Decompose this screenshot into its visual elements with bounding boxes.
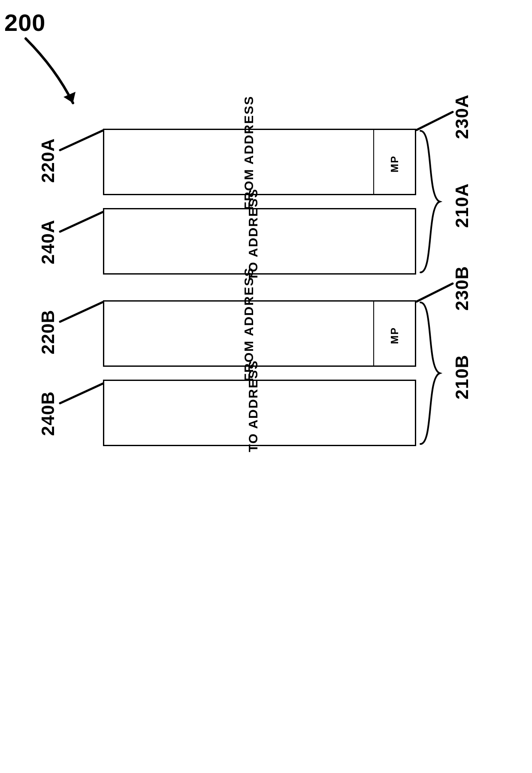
arrow-200-icon xyxy=(17,30,86,116)
ref-220b: 220B xyxy=(38,310,58,354)
svg-marker-0 xyxy=(63,92,76,103)
mp-a-label: MP xyxy=(389,155,401,172)
svg-line-2 xyxy=(60,212,103,232)
mp-b-label: MP xyxy=(389,327,401,344)
from-row-b-divider xyxy=(373,302,374,365)
ref-230a: 230A xyxy=(452,94,472,139)
brace-210b-icon xyxy=(418,300,444,446)
ref-210b: 210B xyxy=(452,355,472,399)
ref-240b: 240B xyxy=(38,391,58,436)
from-row-b xyxy=(103,300,416,367)
ref-230b: 230B xyxy=(452,266,472,311)
svg-line-5 xyxy=(417,112,453,130)
ref-220a: 220A xyxy=(38,138,58,183)
svg-line-1 xyxy=(60,130,103,150)
svg-line-6 xyxy=(417,284,453,302)
brace-210a-icon xyxy=(418,129,444,275)
ref-210a: 210A xyxy=(452,183,472,228)
from-row-a-divider xyxy=(373,130,374,194)
svg-line-3 xyxy=(60,302,103,322)
svg-line-4 xyxy=(60,383,103,403)
to-address-b-label: TO ADDRESS xyxy=(246,375,260,452)
ref-240a: 240A xyxy=(38,220,58,264)
from-row-a xyxy=(103,129,416,195)
